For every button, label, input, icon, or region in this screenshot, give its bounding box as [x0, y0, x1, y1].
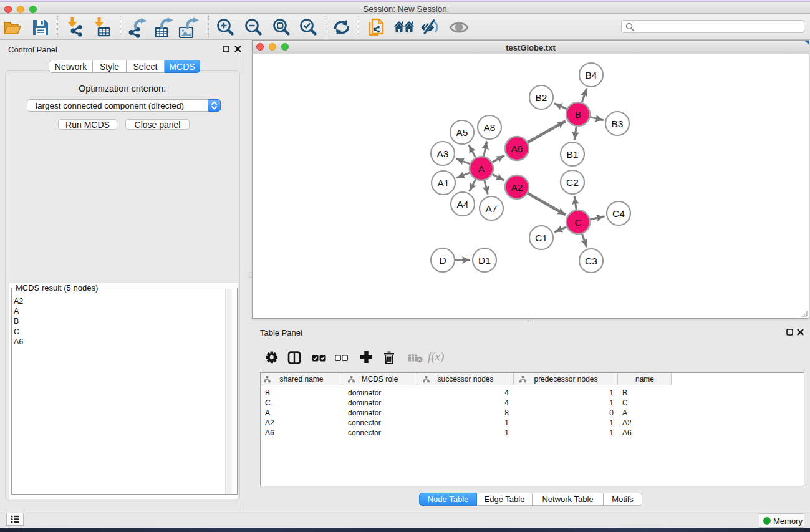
svg-text:B1: B1	[567, 149, 579, 160]
svg-text:B: B	[575, 109, 581, 120]
svg-text:A: A	[478, 163, 485, 174]
svg-text:A1: A1	[438, 178, 450, 188]
svg-text:A5: A5	[456, 127, 468, 138]
svg-text:A3: A3	[437, 148, 449, 159]
svg-text:D1: D1	[478, 255, 491, 266]
svg-text:C3: C3	[585, 256, 597, 266]
svg-text:C4: C4	[612, 208, 625, 219]
svg-text:C2: C2	[566, 177, 579, 188]
svg-text:A2: A2	[511, 182, 523, 193]
svg-text:A7: A7	[486, 203, 498, 214]
svg-text:B3: B3	[612, 118, 624, 129]
svg-text:D: D	[439, 255, 446, 266]
svg-text:B2: B2	[536, 92, 547, 103]
svg-text:A8: A8	[484, 122, 496, 133]
svg-text:A4: A4	[457, 199, 469, 210]
svg-text:C1: C1	[535, 233, 547, 243]
svg-text:A6: A6	[511, 143, 523, 154]
svg-text:C: C	[574, 217, 581, 228]
svg-text:B4: B4	[586, 70, 597, 80]
